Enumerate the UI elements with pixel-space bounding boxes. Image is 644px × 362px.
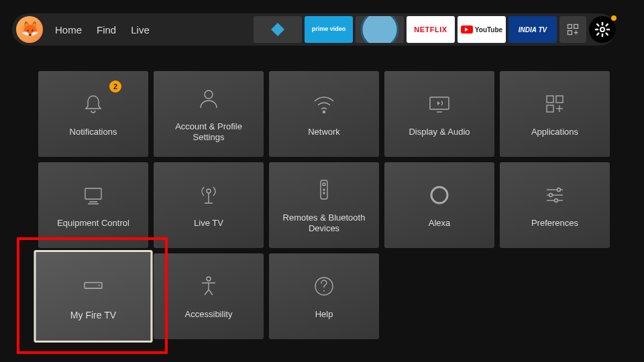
tile-applications[interactable]: Applications — [500, 71, 610, 157]
tile-preferences[interactable]: Preferences — [500, 162, 610, 248]
svg-point-28 — [555, 198, 558, 202]
nav-live[interactable]: Live — [131, 24, 150, 36]
nav-home[interactable]: Home — [55, 24, 82, 36]
tile-label: Alexa — [429, 218, 451, 229]
tile-label: Live TV — [194, 218, 223, 229]
bell-icon — [80, 90, 107, 117]
profile-avatar[interactable]: 🦊 — [16, 16, 43, 43]
app-prime-video[interactable]: prime video — [305, 16, 353, 43]
tile-live-tv[interactable]: Live TV — [154, 162, 264, 248]
settings-grid: 2 Notifications Account & Profile Settin… — [38, 71, 610, 339]
svg-rect-3 — [574, 25, 578, 29]
notification-count-badge: 2 — [109, 80, 121, 93]
svg-point-22 — [431, 187, 447, 203]
tile-label: Display & Audio — [409, 127, 470, 137]
tile-label: Preferences — [531, 218, 578, 229]
kodi-icon — [270, 21, 286, 38]
app-india-tv[interactable]: INDIA TV — [508, 16, 557, 43]
person-icon — [195, 85, 222, 112]
tile-accessibility[interactable]: Accessibility — [154, 253, 264, 339]
apps-grid-icon — [566, 23, 580, 36]
device-icon — [78, 271, 107, 300]
monitor-audio-icon — [426, 90, 453, 117]
svg-point-8 — [205, 90, 213, 99]
app-netflix[interactable]: NETFLIX — [407, 16, 455, 43]
tile-label: Notifications — [70, 127, 117, 137]
svg-point-0 — [362, 16, 398, 43]
tile-my-fire-tv[interactable]: My Fire TV — [34, 250, 152, 343]
remote-icon — [311, 176, 337, 203]
svg-point-33 — [323, 290, 325, 292]
wifi-icon — [311, 90, 337, 117]
accessibility-icon — [195, 273, 222, 300]
tile-remotes-bluetooth[interactable]: Remotes & Bluetooth Devices — [269, 162, 379, 248]
gear-icon — [594, 21, 610, 38]
tile-label: Equipment Control — [57, 218, 129, 229]
tile-network[interactable]: Network — [269, 71, 379, 157]
svg-rect-2 — [568, 25, 572, 29]
all-apps-button[interactable] — [559, 16, 586, 43]
tile-display-audio[interactable]: Display & Audio — [384, 71, 494, 157]
svg-point-19 — [323, 183, 325, 186]
nav-links: Home Find Live — [55, 24, 150, 36]
svg-point-9 — [323, 111, 325, 113]
svg-point-24 — [557, 188, 561, 191]
tile-account-profile[interactable]: Account & Profile Settings — [154, 71, 264, 157]
svg-point-17 — [207, 189, 211, 193]
youtube-label: YouTube — [475, 26, 502, 34]
app-kodi[interactable] — [254, 16, 302, 43]
svg-rect-12 — [556, 96, 563, 103]
sliders-icon — [541, 182, 568, 208]
tv-icon — [80, 182, 107, 208]
tile-help[interactable]: Help — [269, 253, 379, 339]
svg-point-30 — [99, 285, 100, 286]
svg-point-7 — [600, 27, 604, 32]
alexa-ring-icon — [426, 182, 453, 208]
question-icon — [311, 273, 337, 300]
apps-icon — [541, 90, 568, 117]
tile-label: Applications — [531, 127, 578, 137]
settings-button[interactable] — [589, 16, 616, 43]
svg-point-20 — [323, 189, 325, 190]
tile-equipment-control[interactable]: Equipment Control — [38, 162, 148, 248]
app-youtube[interactable]: YouTube — [458, 16, 506, 43]
svg-point-21 — [323, 192, 325, 194]
svg-point-26 — [549, 193, 553, 196]
svg-rect-11 — [547, 96, 553, 103]
youtube-play-icon — [461, 25, 473, 34]
svg-rect-4 — [568, 31, 572, 35]
tile-label: My Fire TV — [70, 310, 116, 322]
recent-apps-row: prime video NETFLIX YouTube INDIA TV — [254, 16, 557, 43]
antenna-icon — [195, 182, 222, 208]
svg-rect-16 — [85, 188, 101, 199]
tile-alexa[interactable]: Alexa — [384, 162, 494, 248]
tile-label: Remotes & Bluetooth Devices — [274, 213, 374, 235]
tile-label: Network — [308, 127, 340, 137]
nav-find[interactable]: Find — [97, 24, 116, 36]
tile-label: Help — [315, 309, 333, 320]
globe-icon — [356, 16, 404, 43]
tile-label: Account & Profile Settings — [159, 121, 258, 143]
svg-rect-13 — [547, 105, 553, 112]
tile-notifications[interactable]: 2 Notifications — [38, 71, 148, 157]
svg-point-31 — [207, 277, 211, 281]
top-navigation-bar: 🦊 Home Find Live prime video NETFLIX You… — [12, 13, 616, 46]
tile-label: Accessibility — [185, 309, 233, 320]
app-silk-browser[interactable] — [356, 16, 404, 43]
